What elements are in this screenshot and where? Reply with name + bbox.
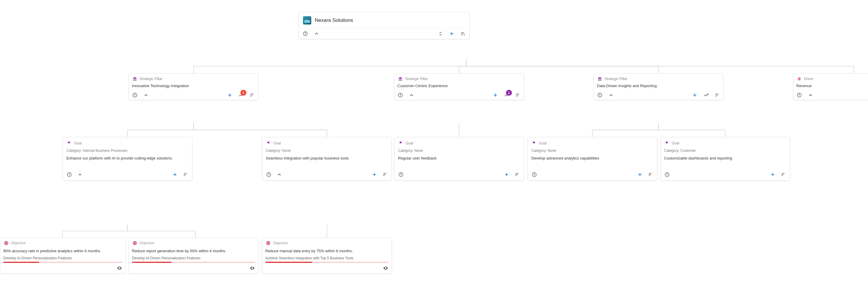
root-node: Nexara Solutions	[299, 12, 470, 39]
edit-list-icon[interactable]	[780, 172, 786, 177]
root-title: Nexara Solutions	[315, 18, 353, 23]
add-icon[interactable]	[371, 172, 377, 177]
svg-point-72	[269, 173, 269, 174]
goal-text: Regular user feedback	[398, 156, 520, 166]
flag-icon	[398, 140, 404, 146]
badge: 1	[506, 90, 512, 96]
add-icon[interactable]	[449, 31, 455, 37]
collapse-icon[interactable]	[276, 172, 282, 177]
collapse-icon[interactable]	[77, 172, 83, 177]
view-icon[interactable]	[383, 265, 389, 271]
trend-icon[interactable]	[703, 92, 709, 98]
goal-category: Category: Customer	[664, 148, 786, 153]
collapse-icon[interactable]	[143, 92, 149, 98]
add-icon[interactable]	[692, 92, 698, 98]
svg-point-107	[134, 243, 135, 243]
edit-list-icon[interactable]	[183, 172, 189, 177]
objective-title: Reduce report generation time by 50% wit…	[132, 248, 255, 254]
collapse-icon[interactable]	[409, 92, 414, 98]
info-icon[interactable]	[398, 172, 404, 177]
edit-list-icon[interactable]	[514, 172, 520, 177]
target-icon	[3, 240, 9, 246]
info-icon[interactable]	[397, 92, 403, 98]
edit-list-icon[interactable]	[648, 172, 653, 177]
edit-list-icon[interactable]	[249, 92, 255, 98]
info-icon[interactable]	[531, 172, 537, 177]
progress-bar	[132, 262, 255, 263]
edit-list-icon[interactable]	[382, 172, 388, 177]
flag-icon	[531, 140, 537, 146]
pillar-icon	[132, 76, 138, 82]
node-type-label: Goal	[406, 141, 413, 145]
svg-rect-35	[598, 80, 601, 81]
info-icon[interactable]	[796, 92, 802, 98]
flag-icon	[66, 140, 72, 146]
goal-category: Category: None	[398, 148, 520, 153]
svg-rect-34	[601, 79, 601, 80]
node-type-label: Goal	[74, 141, 82, 145]
svg-point-64	[69, 173, 70, 174]
goal-text: Enhance our platform with AI to provide …	[66, 156, 189, 166]
add-icon[interactable]	[172, 172, 178, 177]
driver-icon	[796, 76, 802, 82]
node-type-label: Strategic Pillar	[140, 77, 162, 81]
edit-list-icon[interactable]	[460, 31, 466, 37]
pillar-node-innovative-tech: Strategic Pillar Innovative Technology I…	[129, 73, 258, 100]
objective-subtitle: Develop AI-Driven Personalization Featur…	[3, 256, 122, 261]
objective-node: Objective Reduce manual data entry by 75…	[262, 238, 392, 274]
goal-category: Category: None	[266, 148, 388, 153]
collapse-icon[interactable]	[608, 92, 614, 98]
info-icon[interactable]	[66, 172, 72, 177]
goal-text: Seamless integration with popular busine…	[266, 156, 388, 166]
svg-point-38	[599, 94, 600, 94]
objective-node: Objective 90% accuracy rate in predictiv…	[0, 238, 126, 274]
target-icon	[265, 240, 271, 246]
edit-list-icon[interactable]	[714, 92, 720, 98]
info-icon[interactable]	[664, 172, 670, 177]
progress-bar	[3, 262, 122, 263]
add-icon[interactable]	[227, 92, 233, 98]
pillar-icon	[597, 76, 603, 82]
progress-bar	[265, 262, 389, 263]
node-type-label: Objective	[140, 241, 154, 245]
svg-rect-21	[400, 79, 401, 80]
collapse-icon[interactable]	[314, 31, 319, 37]
info-icon[interactable]	[266, 172, 272, 177]
svg-point-80	[401, 173, 401, 174]
svg-rect-33	[599, 79, 600, 80]
svg-point-2	[305, 32, 306, 33]
flag-icon	[664, 140, 670, 146]
svg-point-104	[6, 243, 6, 243]
progress-fill	[265, 262, 312, 263]
sort-icon[interactable]	[438, 31, 443, 37]
pillar-title: Customer-Centric Experience	[397, 84, 521, 88]
edit-list-icon[interactable]	[515, 92, 521, 98]
node-type-label: Objective	[11, 241, 26, 245]
info-icon[interactable]	[132, 92, 138, 98]
view-icon[interactable]	[117, 265, 122, 271]
goal-node: Goal Category: None Develop advanced ana…	[528, 137, 657, 181]
objective-title: Reduce manual data entry by 75% within 6…	[265, 248, 389, 254]
driver-title: Revenue	[796, 84, 868, 88]
add-icon[interactable]	[504, 172, 509, 177]
driver-node-revenue: Driver Revenue	[793, 73, 868, 100]
svg-rect-22	[401, 79, 402, 80]
add-icon[interactable]	[770, 172, 776, 177]
info-icon[interactable]	[597, 92, 603, 98]
svg-rect-20	[399, 79, 400, 80]
goal-text: Develop advanced analytics capabilities	[531, 156, 653, 166]
svg-rect-11	[133, 80, 136, 81]
svg-point-26	[400, 94, 401, 94]
svg-point-96	[667, 173, 668, 174]
add-icon[interactable]	[492, 92, 498, 98]
node-type-label: Goal	[274, 141, 281, 145]
view-icon[interactable]	[249, 265, 255, 271]
node-type-label: Goal	[539, 141, 547, 145]
objective-title: 90% accuracy rate in predictive analytic…	[3, 248, 122, 254]
expand-icon[interactable]	[808, 92, 813, 98]
add-icon[interactable]	[637, 172, 643, 177]
goal-text: Customizable dashboards and reporting	[664, 156, 786, 166]
info-icon[interactable]	[302, 31, 308, 37]
goal-node: Goal Category: Customer Customizable das…	[660, 137, 790, 181]
svg-point-14	[134, 94, 135, 94]
